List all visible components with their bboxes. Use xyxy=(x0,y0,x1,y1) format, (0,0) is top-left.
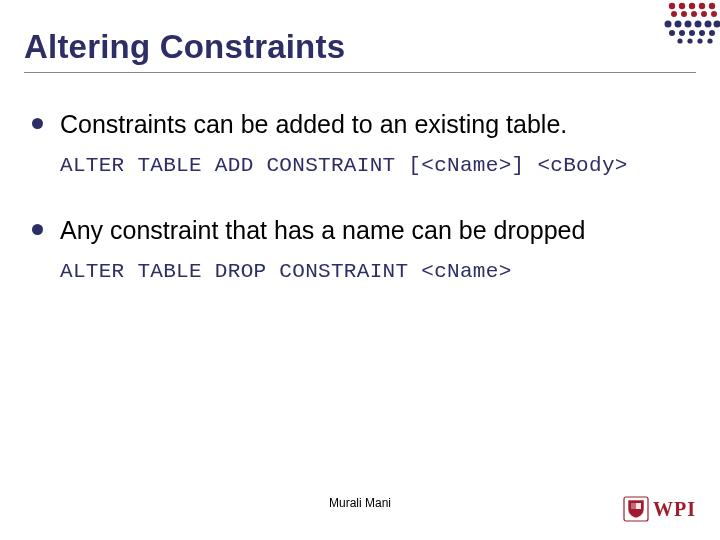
list-item: Constraints can be added to an existing … xyxy=(30,109,696,179)
svg-rect-27 xyxy=(631,503,636,509)
code-block: ALTER TABLE ADD CONSTRAINT [<cName>] <cB… xyxy=(60,153,696,179)
bullet-list: Constraints can be added to an existing … xyxy=(24,109,696,286)
slide-content: Altering Constraints Constraints can be … xyxy=(0,0,720,286)
bullet-text: Constraints can be added to an existing … xyxy=(60,109,696,139)
wpi-logo: WPI xyxy=(623,496,696,522)
slide-title: Altering Constraints xyxy=(24,28,696,66)
list-item: Any constraint that has a name can be dr… xyxy=(30,215,696,285)
title-underline xyxy=(24,72,696,73)
bullet-text: Any constraint that has a name can be dr… xyxy=(60,215,696,245)
code-block: ALTER TABLE DROP CONSTRAINT <cName> xyxy=(60,259,696,285)
footer-author: Murali Mani xyxy=(0,496,720,510)
shield-icon xyxy=(623,496,649,522)
logo-text: WPI xyxy=(653,498,696,521)
